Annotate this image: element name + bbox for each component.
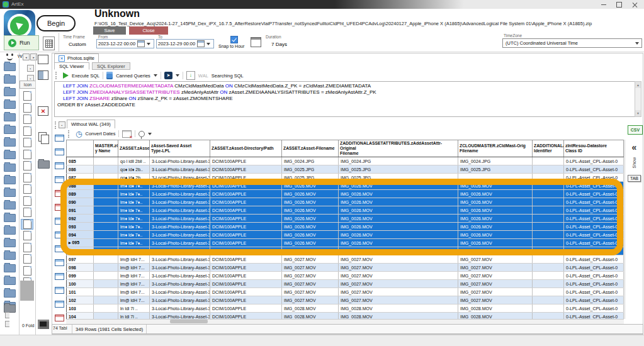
convert-dates-button[interactable]: Convert Dates	[85, 131, 115, 137]
table-cell[interactable]: lm@ ldH 7...	[118, 280, 150, 288]
table-cell[interactable]: lm@ ldH 7...	[118, 255, 150, 264]
timezone-select[interactable]: (UTC) Coordinated Universal Time	[502, 38, 642, 48]
table-cell[interactable]: 0-LPL-Asset_CPL-Asset-0	[564, 174, 624, 182]
row-number-cell[interactable]: 103	[67, 304, 94, 313]
table-cell[interactable]: IMG_0024.JPG	[339, 157, 458, 165]
row-number-cell[interactable]: ▸ 095	[67, 239, 94, 247]
table-cell[interactable]: qo l idll 2bll ..	[118, 157, 150, 165]
table-cell[interactable]: DCIM/100APPLE	[210, 223, 282, 231]
table-cell[interactable]	[533, 255, 564, 264]
table-cell[interactable]: 0-LPL-Asset_CPL-Asset-0	[564, 239, 624, 247]
table-row[interactable]: 085qo l idll 2bll ..3-Local-Photo-Librar…	[67, 157, 624, 165]
row-number-cell[interactable]: 094	[67, 231, 94, 239]
column-header[interactable]: ZADDITIONALASSETATTRIBUTES.zAddAssetAttr…	[339, 140, 458, 157]
table-cell[interactable]: 3-Local-Photo-Library-Asset-3	[150, 190, 210, 198]
chevron-down-icon[interactable]	[148, 133, 152, 135]
folder-icon[interactable]	[4, 75, 16, 84]
table-cell[interactable]	[533, 223, 564, 231]
document-icon[interactable]	[21, 254, 33, 264]
sql-scrollbar[interactable]: ▲ ▼	[635, 81, 641, 117]
table-icon-red[interactable]	[55, 315, 64, 321]
table-cell[interactable]: 3-Local-Photo-Library-Asset-3	[150, 198, 210, 206]
table-row[interactable]: 099lm@ ldH 7...3-Local-Photo-Library-Ass…	[67, 272, 624, 280]
folder-icon[interactable]	[4, 289, 16, 298]
table-cell[interactable]: qo♦ id♦ 2b..	[118, 174, 150, 182]
row-number-cell[interactable]: 097	[67, 255, 94, 264]
table-cell[interactable]: lm♦ ld♦ 7♦..	[118, 198, 150, 206]
table-cell[interactable]: DCIM/100APPLE	[210, 247, 282, 255]
table-cell[interactable]: IMG_0027.MOV	[458, 280, 533, 288]
table-cell[interactable]: lm♦ ld♦ 7♦..	[118, 223, 150, 231]
table-row[interactable]: 100lm@ ldH 7...3-Local-Photo-Library-Ass…	[67, 280, 624, 288]
table-cell[interactable]	[94, 198, 118, 206]
table-row[interactable]: 090lm♦ ld♦ 7♦..3-Local-Photo-Library-Ass…	[67, 198, 624, 206]
tab-panel-button[interactable]: TAB	[628, 175, 641, 182]
table-cell[interactable]: DCIM/100APPLE	[210, 190, 282, 198]
table-cell[interactable]: IMG_0025.JPG	[458, 165, 533, 174]
table-cell[interactable]: IMG_0026.MOV	[282, 182, 339, 190]
table-icon-blue[interactable]	[55, 135, 64, 142]
table-row[interactable]: 088lm♦ ld♦ 7♦..3-Local-Photo-Library-Ass…	[67, 182, 624, 190]
folder-icon[interactable]	[4, 63, 16, 71]
folder-icon[interactable]	[4, 239, 16, 247]
table-cell[interactable]: DCIM/100APPLE	[210, 182, 282, 190]
folder-icon[interactable]	[4, 126, 16, 134]
table-cell[interactable]	[94, 288, 118, 296]
table-icon-blue[interactable]	[55, 176, 64, 183]
column-header[interactable]: ZASSET.zAsset-Directory/Path	[210, 140, 282, 157]
table-cell[interactable]: IMG_0027.MOV	[282, 280, 339, 288]
table-cell[interactable]: IMG_0027.MOV	[339, 288, 458, 296]
table-cell[interactable]: 3-Local-Photo-Library-Asset-3	[150, 239, 210, 247]
row-number-cell[interactable]: 092	[67, 215, 94, 223]
table-cell[interactable]: IMG_0026.MOV	[339, 182, 458, 190]
document-icon[interactable]	[21, 137, 33, 148]
table-cell[interactable]: qo♦ id♦ 2b..	[118, 165, 150, 174]
table-cell[interactable]: 3-Local-Photo-Library-Asset-3	[150, 280, 210, 288]
table-cell[interactable]: DCIM/100APPLE	[210, 174, 282, 182]
table-cell[interactable]	[94, 215, 118, 223]
table-cell[interactable]: IMG_0028.MOV	[458, 304, 533, 313]
smiley-icon[interactable]	[6, 53, 14, 60]
table-cell[interactable]	[533, 198, 564, 206]
table-cell[interactable]: IMG_0026.MOV	[458, 231, 533, 239]
table-cell[interactable]: DCIM/100APPLE	[210, 288, 282, 296]
table-cell[interactable]: lm@ ldH 7...	[118, 272, 150, 280]
table-cell[interactable]: IMG_0026.MOV	[458, 190, 533, 198]
table-cell[interactable]	[94, 165, 118, 174]
tab-sql-explorer[interactable]: SQL Explorer	[92, 62, 130, 70]
table-cell[interactable]: IMG_0027.MOV	[339, 280, 458, 288]
table-cell[interactable]	[533, 157, 564, 165]
table-cell[interactable]: IMG_0026.MOV	[282, 247, 339, 255]
spin-right-icon[interactable]: ▸	[30, 53, 37, 60]
wal-icon[interactable]: ↓	[186, 71, 195, 80]
table-cell[interactable]: IMG_0026.MOV	[282, 198, 339, 206]
execute-sql-button[interactable]: Execute SQL	[72, 73, 99, 79]
qr-icon[interactable]	[38, 320, 49, 329]
execute-sql-icon[interactable]	[63, 72, 69, 79]
table-row[interactable]: 103ln ldl 7l ..3-Local-Photo-Library-Ass…	[67, 304, 624, 313]
table-cell[interactable]: IMG_0027.MOV	[339, 296, 458, 304]
table-cell[interactable]: lm♦ ld♦ 7♦..	[118, 231, 150, 239]
table-cell[interactable]: 3-Local-Photo-Library-Asset-3	[150, 272, 210, 280]
folder-icon[interactable]	[4, 101, 16, 109]
table-cell[interactable]: DCIM/100APPLE	[210, 272, 282, 280]
table-cell[interactable]	[533, 313, 564, 320]
table-cell[interactable]	[458, 174, 533, 182]
table-row[interactable]: 104ln ldl 7l ..3-Local-Photo-Library-Ass…	[67, 313, 624, 320]
table-cell[interactable]: IMG_0026.MOV	[282, 190, 339, 198]
table-icon-blue[interactable]	[55, 148, 64, 155]
table-cell[interactable]: 3-Local-Photo-Library-Asset-3	[150, 165, 210, 174]
table-cell[interactable]: 0-LPL-Asset_CPL-Asset-0	[564, 190, 624, 198]
table-cell[interactable]: DCIM/100APPLE	[210, 165, 282, 174]
document-icon[interactable]	[21, 91, 33, 101]
grid-view-button[interactable]	[43, 36, 55, 50]
table-cell[interactable]: 0-LPL-Asset_CPL-Asset-0	[564, 264, 624, 272]
row-number-cell[interactable]: 101	[67, 288, 94, 296]
table-cell[interactable]: lm@ ldH 7...	[118, 296, 150, 304]
table-cell[interactable]: IMG_0026.MOV	[282, 231, 339, 239]
table-cell[interactable]: IMG_0026.MOV	[339, 231, 458, 239]
table-cell[interactable]: 3-Local-Photo-Library-Asset-3	[150, 304, 210, 313]
table-cell[interactable]: IMG_0027.MOV	[282, 264, 339, 272]
document-icon[interactable]	[21, 230, 33, 241]
row-number-cell[interactable]: 085	[67, 157, 94, 165]
